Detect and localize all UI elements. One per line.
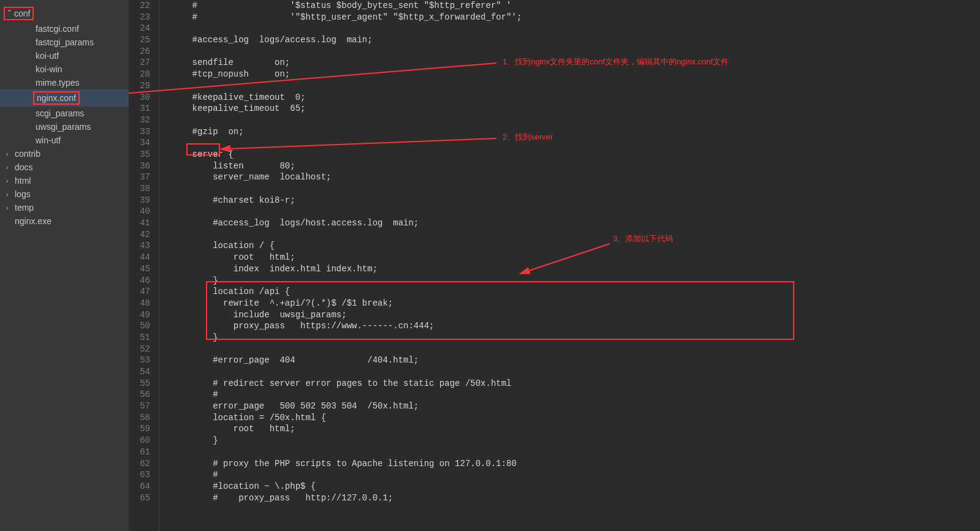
tree-item-fastcgi_params[interactable]: fastcgi_params	[0, 36, 129, 49]
tree-item-contrib[interactable]: ›contrib	[0, 147, 129, 160]
tree-item-html[interactable]: ›html	[0, 174, 129, 187]
code-line[interactable]: root html;	[172, 252, 980, 263]
line-number: 63	[129, 469, 150, 481]
tree-item-koi-utf[interactable]: koi-utf	[0, 49, 129, 62]
tree-item-label: uwsgi_params	[36, 122, 91, 132]
code-line[interactable]: # proxy the PHP scripts to Apache listen…	[172, 458, 980, 470]
code-line[interactable]: # redirect server error pages to the sta…	[172, 378, 980, 390]
line-number: 65	[129, 492, 150, 504]
code-line[interactable]: # proxy_pass http://127.0.0.1;	[172, 492, 980, 504]
line-number: 41	[129, 217, 150, 229]
code-line[interactable]	[172, 115, 980, 126]
code-line[interactable]: location = /50x.html {	[172, 412, 980, 424]
code-line[interactable]: #location ~ \.php$ {	[172, 481, 980, 492]
tree-item-docs[interactable]: ›docs	[0, 160, 129, 174]
code-line[interactable]	[172, 366, 980, 378]
tree-item-nginx-exe[interactable]: nginx.exe	[0, 214, 129, 228]
code-line[interactable]: server_name localhost;	[172, 171, 980, 183]
line-number: 46	[129, 275, 150, 287]
tree-item-nginx-conf[interactable]: nginx.conf	[0, 89, 129, 107]
code-line[interactable]: listen 80;	[172, 160, 980, 172]
tree-item-win-utf[interactable]: win-utf	[0, 134, 129, 147]
tree-item-label: win-utf	[36, 135, 61, 145]
code-line[interactable]: proxy_pass https://www.------.cn:444;	[172, 320, 980, 332]
tree-item-label: html	[15, 176, 31, 186]
code-line[interactable]: #	[172, 469, 980, 481]
code-line[interactable]: #charset koi8-r;	[172, 195, 980, 206]
code-line[interactable]: location /api {	[172, 286, 980, 298]
tree-item-label: mime.types	[36, 78, 80, 88]
tree-item-label: contrib	[15, 149, 40, 159]
code-line[interactable]: #error_page 404 /404.html;	[172, 355, 980, 366]
code-editor[interactable]: 2223242526272829303132333435363738394041…	[129, 0, 980, 531]
tree-item-label: nginx.conf	[33, 91, 80, 105]
line-number: 61	[129, 446, 150, 458]
code-line[interactable]	[172, 206, 980, 217]
code-line[interactable]	[172, 46, 980, 58]
chevron-icon: ›	[6, 178, 11, 184]
code-line[interactable]	[172, 137, 980, 149]
code-area[interactable]: # '$status $body_bytes_sent "$http_refer…	[159, 0, 980, 531]
tree-item-koi-win[interactable]: koi-win	[0, 62, 129, 76]
code-line[interactable]	[172, 183, 980, 195]
tree-item-conf[interactable]: ˅ conf	[0, 5, 129, 22]
line-number: 38	[129, 183, 150, 195]
line-number: 43	[129, 240, 150, 252]
code-line[interactable]: #gzip on;	[172, 126, 980, 138]
code-line[interactable]	[172, 446, 980, 458]
tree-item-temp[interactable]: ›temp	[0, 201, 129, 214]
code-line[interactable]: }	[172, 275, 980, 287]
code-line[interactable]	[172, 80, 980, 92]
tree-item-logs[interactable]: ›logs	[0, 187, 129, 201]
tree-item-label: koi-win	[36, 64, 63, 74]
code-line[interactable]: # '$status $body_bytes_sent "$http_refer…	[172, 0, 980, 12]
code-line[interactable]	[172, 23, 980, 34]
tree-item-label: docs	[15, 162, 33, 172]
file-tree-sidebar[interactable]: ˅ conffastcgi.conffastcgi_paramskoi-utfk…	[0, 0, 129, 531]
code-line[interactable]: include uwsgi_params;	[172, 309, 980, 321]
line-number: 49	[129, 309, 150, 321]
line-number: 32	[129, 115, 150, 126]
tree-item-scgi_params[interactable]: scgi_params	[0, 107, 129, 120]
line-number: 40	[129, 206, 150, 217]
code-line[interactable]: #keepalive_timeout 0;	[172, 92, 980, 104]
line-number: 30	[129, 92, 150, 104]
line-number: 51	[129, 332, 150, 344]
chevron-icon: ›	[6, 191, 11, 198]
tree-item-uwsgi_params[interactable]: uwsgi_params	[0, 120, 129, 134]
line-number: 58	[129, 412, 150, 424]
code-line[interactable]	[172, 344, 980, 355]
line-number: 60	[129, 435, 150, 446]
code-line[interactable]: server {	[172, 149, 980, 160]
line-number: 56	[129, 389, 150, 401]
tree-item-fastcgi-conf[interactable]: fastcgi.conf	[0, 22, 129, 36]
code-line[interactable]: # '"$http_user_agent" "$http_x_forwarded…	[172, 12, 980, 23]
line-number: 44	[129, 252, 150, 263]
line-number: 31	[129, 103, 150, 115]
line-number-gutter: 2223242526272829303132333435363738394041…	[129, 0, 159, 531]
code-line[interactable]	[172, 229, 980, 241]
code-line[interactable]: index index.html index.htm;	[172, 263, 980, 275]
code-line[interactable]: #access_log logs/host.access.log main;	[172, 217, 980, 229]
code-line[interactable]: }	[172, 435, 980, 446]
line-number: 54	[129, 366, 150, 378]
code-line[interactable]: rewrite ^.+api/?(.*)$ /$1 break;	[172, 298, 980, 309]
line-number: 55	[129, 378, 150, 390]
code-line[interactable]: }	[172, 332, 980, 344]
code-line[interactable]: sendfile on;	[172, 57, 980, 69]
code-line[interactable]: #	[172, 389, 980, 401]
code-line[interactable]: #tcp_nopush on;	[172, 69, 980, 80]
tree-item-label: fastcgi_params	[36, 37, 94, 47]
code-line[interactable]: root html;	[172, 423, 980, 435]
chevron-icon: ›	[6, 151, 11, 157]
line-number: 52	[129, 344, 150, 355]
code-line[interactable]: keepalive_timeout 65;	[172, 103, 980, 115]
code-line[interactable]: error_page 500 502 503 504 /50x.html;	[172, 401, 980, 412]
code-line[interactable]: #access_log logs/access.log main;	[172, 34, 980, 46]
line-number: 35	[129, 149, 150, 160]
tree-item-mime-types[interactable]: mime.types	[0, 76, 129, 89]
line-number: 37	[129, 171, 150, 183]
line-number: 62	[129, 458, 150, 470]
line-number: 53	[129, 355, 150, 366]
code-line[interactable]: location / {	[172, 240, 980, 252]
